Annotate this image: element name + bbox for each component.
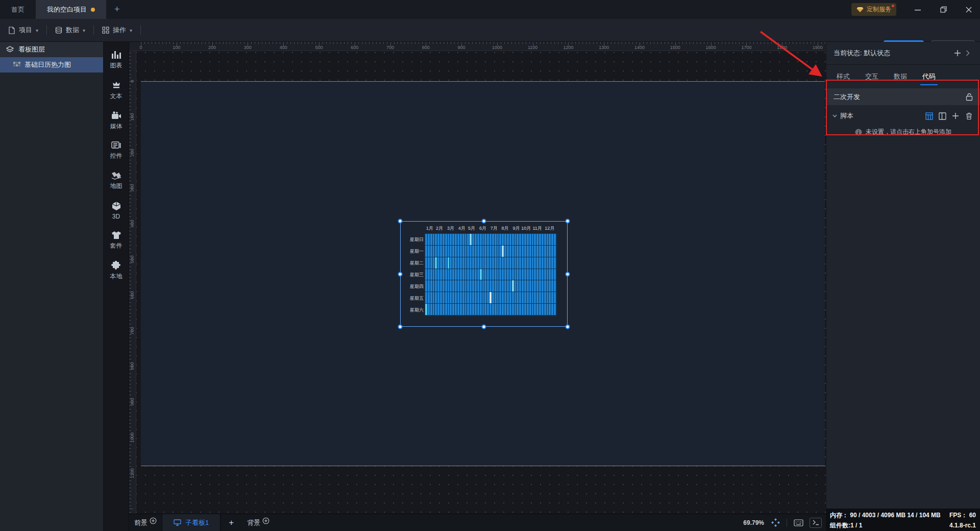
toolbar-item-charts[interactable]: 图表 — [104, 48, 129, 72]
menu-operations-label: 操作 — [113, 26, 126, 35]
menu-project[interactable]: 项目 ▾ — [0, 19, 46, 41]
layers-panel: 看板图层 基础日历热力图 — [0, 42, 104, 531]
video-camera-icon — [111, 111, 121, 120]
lock-icon[interactable] — [966, 93, 973, 101]
zoom-level-value[interactable]: 69.79% — [743, 519, 764, 526]
current-state-row: 当前状态: 默认状态 — [826, 42, 980, 65]
ruler-label: 1700 — [741, 45, 751, 50]
ruler-label: 800 — [422, 45, 430, 50]
ruler-label: 1200 — [563, 45, 573, 50]
window-maximize-button[interactable] — [932, 0, 954, 19]
expand-states-button[interactable] — [963, 48, 973, 58]
ruler-label: 600 — [130, 291, 135, 299]
resize-handle[interactable] — [398, 219, 403, 224]
properties-panel: 当前状态: 默认状态 样式 交互 数据 代码 二次开发 脚本 — [826, 42, 980, 509]
notification-dot-icon — [892, 5, 894, 7]
script-delete-button[interactable] — [964, 111, 974, 121]
script-add-button[interactable] — [950, 111, 961, 121]
tab-home[interactable]: 首页 — [0, 0, 36, 19]
toolbar-item-text[interactable]: 文本 — [104, 79, 129, 103]
resize-handle[interactable] — [566, 272, 570, 276]
layout-columns-icon — [939, 112, 946, 120]
ruler-label: 0 — [130, 80, 135, 82]
calendar-heatmap-component[interactable]: 1月2月3月4月5月6月7月8月9月10月11月12月 星期日星期一星期二星期三… — [400, 221, 568, 327]
board-tab-sub1[interactable]: 子看板1 — [162, 514, 220, 531]
custom-service-badge[interactable]: 定制服务 — [851, 3, 896, 16]
chevron-down-icon: ▾ — [83, 28, 85, 33]
menu-bar: 项目 ▾ 数据 ▾ 操作 ▾ 发布 预览 ▾ — [0, 19, 980, 42]
divider — [787, 519, 787, 527]
script-layout-button[interactable] — [937, 111, 947, 121]
resize-handle[interactable] — [482, 325, 486, 329]
new-tab-button[interactable]: + — [106, 0, 128, 19]
toolbar-label: 套件 — [110, 242, 122, 250]
unsaved-dot-icon — [91, 8, 95, 12]
plus-circle-icon — [150, 517, 157, 524]
resize-handle[interactable] — [482, 219, 486, 224]
tab-project[interactable]: 我的空白项目 — [36, 0, 106, 19]
ruler-label: 1900 — [813, 45, 823, 50]
title-bar: 首页 我的空白项目 + 定制服务 — [0, 0, 980, 19]
vertical-ruler: -100010020030040050060070080090010001100 — [129, 51, 136, 514]
window-minimize-button[interactable] — [906, 0, 929, 19]
ruler-label: 200 — [130, 149, 135, 156]
chevron-down-icon[interactable] — [832, 114, 837, 117]
resize-handle[interactable] — [566, 219, 570, 224]
table-icon — [925, 112, 933, 120]
ruler-label: 900 — [458, 45, 465, 50]
toolbar-label: 图表 — [110, 61, 122, 70]
toolbar-item-kits[interactable]: 套件 — [104, 229, 129, 252]
panel-tabs: 样式 交互 数据 代码 — [826, 65, 980, 88]
canvas-viewport[interactable]: 0100200300400500600700800900100011001200… — [129, 42, 826, 514]
ruler-label: 1500 — [670, 45, 680, 50]
menu-operations[interactable]: 操作 ▾ — [94, 19, 140, 41]
toolbar-item-media[interactable]: 媒体 — [104, 109, 129, 133]
ruler-label: 500 — [130, 255, 135, 263]
menu-data[interactable]: 数据 ▾ — [47, 19, 93, 41]
fit-arrows-icon — [771, 518, 780, 527]
tab-data[interactable]: 数据 — [894, 65, 907, 88]
foreground-toggle[interactable]: 前景 — [129, 518, 162, 527]
file-icon — [8, 27, 15, 34]
ruler-label: 1100 — [528, 45, 537, 50]
background-toggle[interactable]: 背景 — [242, 518, 275, 527]
toolbar-item-controls[interactable]: 控件 — [104, 139, 129, 162]
fit-view-button[interactable] — [769, 518, 781, 528]
database-icon — [55, 27, 62, 34]
secondary-development-header: 二次开发 — [826, 88, 980, 105]
puzzle-icon — [111, 261, 121, 270]
component-toolbar: 图表 文本 媒体 控件 地图 3D 套件 本地 — [104, 42, 129, 531]
add-state-button[interactable] — [952, 48, 963, 58]
add-board-button[interactable]: + — [220, 518, 242, 528]
board-tab-label: 子看板1 — [185, 518, 209, 527]
menu-data-label: 数据 — [66, 26, 79, 35]
resize-handle[interactable] — [398, 325, 403, 329]
layers-panel-header: 看板图层 — [0, 42, 103, 57]
section-title: 二次开发 — [834, 92, 860, 102]
script-table-button[interactable] — [924, 111, 934, 121]
tab-interaction[interactable]: 交互 — [865, 65, 878, 88]
script-group-label: 脚本 — [840, 111, 853, 120]
secondary-development-section: 二次开发 脚本 — [826, 88, 980, 143]
toolbar-item-local[interactable]: 本地 — [104, 259, 129, 283]
resize-handle[interactable] — [566, 325, 570, 329]
heatmap-thumbnail-icon — [13, 62, 20, 68]
resize-handle[interactable] — [398, 272, 403, 276]
console-button[interactable] — [810, 518, 822, 528]
toolbar-item-3d[interactable]: 3D — [104, 199, 129, 222]
menu-project-label: 项目 — [19, 26, 32, 35]
bar-chart-icon — [111, 50, 121, 59]
tab-code[interactable]: 代码 — [922, 65, 936, 88]
tab-interaction-label: 交互 — [865, 72, 878, 81]
shortcut-keys-button[interactable] — [792, 518, 804, 528]
ruler-label: 900 — [130, 398, 135, 406]
toolbar-item-map[interactable]: 地图 — [104, 169, 129, 192]
window-close-button[interactable] — [958, 0, 980, 19]
version-text: 4.1.8-rc.1 — [949, 520, 976, 530]
tab-data-label: 数据 — [894, 72, 907, 81]
terminal-icon — [813, 520, 819, 525]
app-window: 首页 我的空白项目 + 定制服务 项目 — [0, 0, 980, 531]
tab-style[interactable]: 样式 — [837, 65, 850, 88]
layer-item-calendar-heatmap[interactable]: 基础日历热力图 — [0, 57, 103, 73]
tab-project-label: 我的空白项目 — [47, 5, 87, 14]
